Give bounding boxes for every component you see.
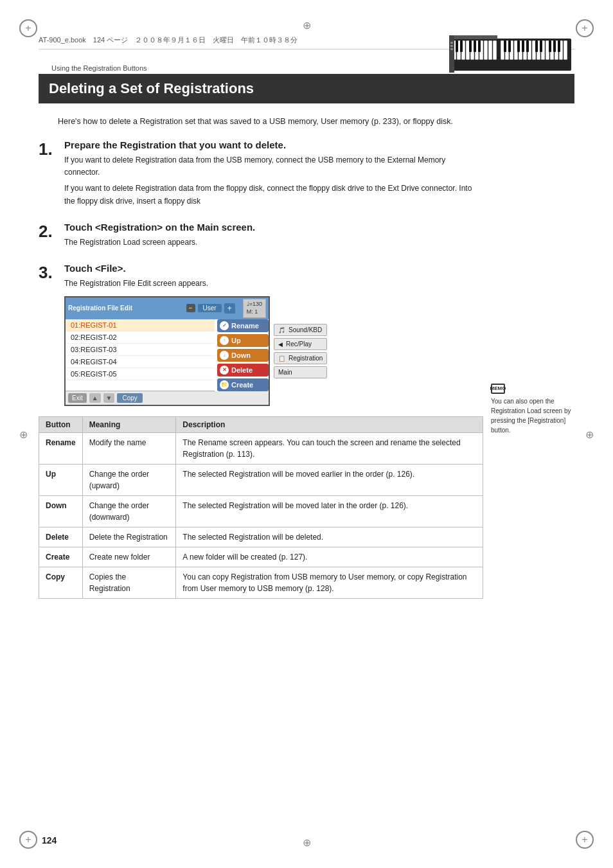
col-header-button: Button [39, 416, 83, 432]
reg-file-edit-box: Registration File Edit − User + ♩=130M: … [64, 296, 270, 405]
step-1-text-1: If you want to delete Registration data … [64, 154, 483, 179]
center-mark-bottom: ⊕ [303, 837, 311, 849]
svg-rect-13 [469, 40, 472, 52]
table-row: Down Change the order (downward) The sel… [39, 495, 483, 527]
step-2: 2. Touch <Registration> on the Main scre… [39, 222, 483, 252]
exit-button[interactable]: Exit [68, 393, 87, 403]
rec-play-button[interactable]: ◀ Rec/Play [274, 338, 327, 350]
registration-button[interactable]: 📋 Registration [274, 352, 327, 364]
button-table: Button Meaning Description Rename Modify… [39, 416, 483, 599]
up-label: Up [231, 337, 241, 344]
svg-rect-30 [564, 40, 567, 60]
main-content: Deleting a Set of Registrations Here's h… [39, 74, 574, 829]
svg-rect-37 [540, 40, 542, 52]
step-3: 3. Touch <File>. The Registration File E… [39, 263, 483, 406]
svg-rect-12 [460, 40, 463, 52]
title-section: Deleting a Set of Registrations [39, 74, 574, 103]
page-title: Deleting a Set of Registrations [49, 80, 254, 96]
svg-rect-39 [553, 40, 556, 52]
reg-file-bottom: Exit ▲ ▼ Copy [66, 391, 269, 405]
col-header-meaning: Meaning [82, 416, 176, 432]
table-cell-description-3: The selected Registration will be delete… [176, 527, 483, 547]
reg-plus-btn[interactable]: + [224, 303, 235, 314]
table-cell-button-2: Down [39, 495, 83, 527]
table-cell-meaning-0: Modify the name [82, 432, 176, 464]
up-button[interactable]: ↑ Up [217, 334, 269, 347]
keyboard-image [449, 35, 571, 74]
center-mark-right: ⊕ [585, 428, 594, 440]
rec-play-icon: ◀ [278, 341, 283, 348]
svg-rect-43 [450, 42, 453, 44]
svg-rect-14 [474, 40, 476, 52]
main-button[interactable]: Main [274, 366, 327, 378]
table-cell-meaning-1: Change the order (upward) [82, 464, 176, 495]
rename-button[interactable]: ✓ Rename [217, 319, 269, 332]
table-cell-button-0: Rename [39, 432, 83, 464]
reg-file-item-4[interactable]: 04:REGIST-04 [66, 356, 215, 368]
svg-rect-15 [478, 40, 481, 52]
reg-file-item-5[interactable]: 05:REGIST-05 [66, 368, 215, 380]
memo-box: MEMO You can also open the Registration … [491, 384, 574, 435]
create-button[interactable]: 📁 Create [217, 378, 269, 391]
reg-user-tab[interactable]: User [198, 304, 222, 312]
table-cell-meaning-3: Delete the Registration [82, 527, 176, 547]
svg-rect-11 [456, 40, 458, 52]
scroll-up-btn[interactable]: ▲ [89, 393, 101, 403]
table-cell-description-0: The Rename screen appears. You can touch… [176, 432, 483, 464]
memo-icon: MEMO [491, 384, 505, 394]
corner-mark-bl [19, 831, 37, 849]
svg-rect-42 [449, 35, 454, 73]
page-number: 124 [42, 835, 57, 846]
scroll-down-btn[interactable]: ▼ [103, 393, 115, 403]
reg-screen-title: Registration File Edit [68, 305, 184, 312]
step-3-heading: Touch <File>. [64, 263, 483, 274]
step-2-heading: Touch <Registration> on the Main screen. [64, 222, 483, 233]
table-row: Rename Modify the name The Rename screen… [39, 432, 483, 464]
reg-file-item-3[interactable]: 03:REGIST-03 [66, 344, 215, 356]
reg-file-item-2[interactable]: 02:REGIST-02 [66, 332, 215, 344]
table-cell-meaning-5: Copies the Registration [82, 567, 176, 598]
table-row: Up Change the order (upward) The selecte… [39, 464, 483, 495]
reg-titlebar: Registration File Edit − User + ♩=130M: … [66, 297, 269, 319]
corner-mark-br [576, 831, 594, 849]
table-cell-meaning-2: Change the order (downward) [82, 495, 176, 527]
svg-rect-41 [449, 35, 497, 39]
svg-rect-10 [493, 40, 497, 60]
table-cell-button-5: Copy [39, 567, 83, 598]
center-mark-left: ⊕ [19, 428, 28, 440]
memo-text: You can also open the Registration Load … [491, 396, 574, 435]
table-cell-description-1: The selected Registration will be moved … [176, 464, 483, 495]
memo-title: MEMO [491, 384, 574, 394]
svg-rect-31 [504, 40, 506, 52]
table-cell-description-4: A new folder will be created (p. 127). [176, 547, 483, 567]
create-icon: 📁 [220, 380, 229, 389]
delete-button[interactable]: ✕ Delete [217, 364, 269, 376]
corner-mark-tr [576, 19, 594, 37]
reg-tempo: ♩=130M: 1 [243, 299, 266, 317]
svg-rect-9 [488, 40, 492, 60]
step-3-content: Touch <File>. The Registration File Edit… [64, 263, 483, 406]
reg-file-item-1[interactable]: 01:REGIST-01 [66, 319, 215, 332]
svg-rect-40 [558, 40, 560, 52]
down-label: Down [231, 351, 251, 359]
table-row: Copy Copies the Registration You can cop… [39, 567, 483, 598]
step-2-number: 2. [39, 222, 64, 240]
step-3-number: 3. [39, 263, 64, 281]
copy-bottom-button[interactable]: Copy [117, 393, 142, 403]
step-1-heading: Prepare the Registration that you want t… [64, 139, 483, 150]
registration-label: Registration [289, 355, 323, 362]
down-button[interactable]: ↓ Down [217, 349, 269, 362]
table-cell-button-3: Delete [39, 527, 83, 547]
reg-minus-btn[interactable]: − [186, 304, 195, 312]
main-label: Main [278, 369, 292, 376]
table-cell-meaning-4: Create new folder [82, 547, 176, 567]
table-row: Delete Delete the Registration The selec… [39, 527, 483, 547]
reg-buttons-panel: ✓ Rename ↑ Up ↓ Down [217, 319, 269, 391]
step-3-text-1: The Registration File Edit screen appear… [64, 278, 483, 290]
sound-kbd-label: Sound/KBD [289, 326, 322, 333]
table-cell-button-4: Create [39, 547, 83, 567]
step-2-text-1: The Registration Load screen appears. [64, 236, 483, 249]
svg-rect-45 [450, 48, 453, 50]
svg-rect-32 [508, 40, 511, 52]
sound-kbd-button[interactable]: 🎵 Sound/KBD [274, 324, 327, 336]
